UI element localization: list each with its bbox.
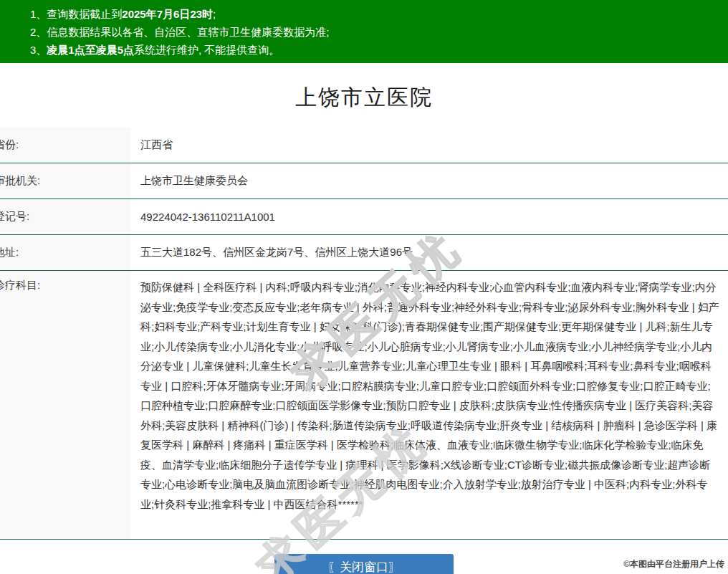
notice-line-1: 1、查询数据截止到2025年7月6日23时;: [30, 5, 721, 23]
notice-number: 1、: [30, 8, 47, 20]
row-value: 预防保健科 | 全科医疗科 | 内科;呼吸内科专业;消化内科专业;神经内科专业;…: [130, 271, 728, 539]
upload-credit-text: ©本图由平台注册用户上传: [623, 558, 724, 570]
notice-line-3: 3、凌晨1点至凌晨5点系统进行维护, 不能提供查询。: [30, 41, 721, 59]
notice-text: 信息数据结果以各省、自治区、直辖市卫生健康委数据为准;: [47, 26, 329, 38]
actions-bar: 〖关闭窗口〗: [0, 554, 728, 574]
table-row-registration-number: 登记号: 49224042-136110211A1001: [0, 199, 728, 235]
query-result-page: 1、查询数据截止到2025年7月6日23时; 2、信息数据结果以各省、自治区、直…: [0, 0, 728, 574]
notice-text: 查询数据截止到: [47, 8, 122, 20]
table-row-approval-authority: 审批机关: 上饶市卫生健康委员会: [0, 163, 728, 199]
row-label: 地址:: [0, 235, 130, 270]
table-row-address: 地址: 五三大道182号、信州区金龙岗7号、信州区上饶大道96号: [0, 235, 728, 271]
row-label: 省份:: [0, 128, 130, 163]
row-value: 49224042-136110211A1001: [130, 199, 728, 234]
row-value: 江西省: [130, 128, 728, 163]
row-value: 上饶市卫生健康委员会: [130, 163, 728, 198]
notice-text: 系统进行维护, 不能提供查询。: [134, 44, 279, 56]
row-label: 诊疗科目:: [0, 271, 130, 539]
table-row-departments: 诊疗科目: 预防保健科 | 全科医疗科 | 内科;呼吸内科专业;消化内科专业;神…: [0, 271, 728, 540]
notice-bar: 1、查询数据截止到2025年7月6日23时; 2、信息数据结果以各省、自治区、直…: [0, 0, 728, 63]
row-label: 审批机关:: [0, 163, 130, 198]
row-value: 五三大道182号、信州区金龙岗7号、信州区上饶大道96号: [130, 235, 728, 270]
notice-text-bold: 凌晨1点至凌晨5点: [47, 44, 134, 56]
hospital-title: 上饶市立医院: [0, 83, 728, 113]
row-label: 登记号:: [0, 199, 130, 234]
notice-text: ;: [213, 8, 216, 20]
table-row-province: 省份: 江西省: [0, 128, 728, 163]
hospital-info-table: 省份: 江西省 审批机关: 上饶市卫生健康委员会 登记号: 49224042-1…: [0, 128, 728, 540]
notice-line-2: 2、信息数据结果以各省、自治区、直辖市卫生健康委数据为准;: [30, 23, 721, 41]
title-area: 上饶市立医院: [0, 63, 728, 128]
notice-number: 2、: [30, 26, 47, 38]
notice-text-bold: 2025年7月6日23时: [122, 8, 213, 20]
notice-number: 3、: [30, 44, 47, 56]
close-window-button[interactable]: 〖关闭窗口〗: [274, 554, 454, 574]
